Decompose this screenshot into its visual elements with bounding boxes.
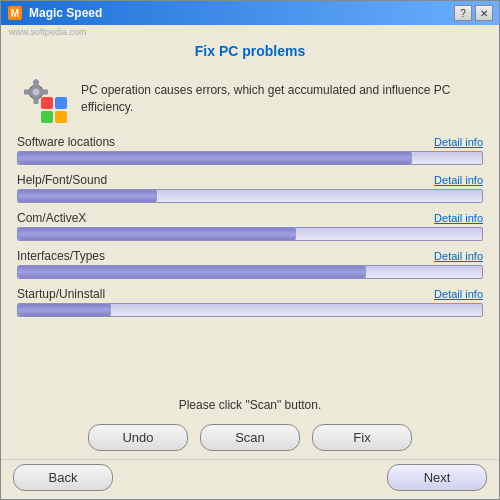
header-area: PC operation causes errors, which get ac… (1, 67, 499, 135)
app-icon: M (7, 5, 23, 21)
content-area: www.softpedia.com Fix PC problems (1, 25, 499, 499)
detail-link-3[interactable]: Detail info (434, 250, 483, 262)
scan-button[interactable]: Scan (200, 424, 300, 451)
section-row: Com/ActiveX Detail info (17, 211, 483, 241)
status-text: Please click "Scan" button. (1, 390, 499, 418)
section-header-1: Help/Font/Sound Detail info (17, 173, 483, 187)
next-button[interactable]: Next (387, 464, 487, 491)
window-title: Magic Speed (29, 6, 102, 20)
sections-area: Software locations Detail info Help/Font… (1, 135, 499, 390)
title-bar: M Magic Speed ? ✕ (1, 1, 499, 25)
progress-fill-4 (18, 304, 111, 316)
main-window: M Magic Speed ? ✕ www.softpedia.com Fix … (0, 0, 500, 500)
progress-bar-1 (17, 189, 483, 203)
help-button[interactable]: ? (454, 5, 472, 21)
section-label-1: Help/Font/Sound (17, 173, 107, 187)
section-label-4: Startup/Uninstall (17, 287, 105, 301)
progress-fill-3 (18, 266, 366, 278)
svg-rect-12 (41, 111, 53, 123)
progress-bar-0 (17, 151, 483, 165)
header-description: PC operation causes errors, which get ac… (81, 82, 483, 116)
watermark: www.softpedia.com (1, 25, 499, 39)
page-title: Fix PC problems (1, 39, 499, 67)
progress-fill-1 (18, 190, 157, 202)
section-row: Software locations Detail info (17, 135, 483, 165)
section-header-4: Startup/Uninstall Detail info (17, 287, 483, 301)
svg-rect-5 (34, 98, 39, 104)
action-buttons-row: Undo Scan Fix (1, 418, 499, 459)
title-bar-left: M Magic Speed (7, 5, 102, 21)
progress-bar-4 (17, 303, 483, 317)
detail-link-0[interactable]: Detail info (434, 136, 483, 148)
svg-rect-6 (24, 90, 30, 95)
svg-rect-10 (41, 97, 53, 109)
detail-link-1[interactable]: Detail info (434, 174, 483, 186)
section-label-2: Com/ActiveX (17, 211, 86, 225)
svg-rect-13 (55, 111, 67, 123)
svg-text:M: M (11, 8, 19, 19)
section-header-0: Software locations Detail info (17, 135, 483, 149)
section-row: Startup/Uninstall Detail info (17, 287, 483, 317)
progress-fill-2 (18, 228, 296, 240)
blocks-icon (41, 97, 69, 125)
detail-link-4[interactable]: Detail info (434, 288, 483, 300)
section-header-2: Com/ActiveX Detail info (17, 211, 483, 225)
nav-row: Back Next (1, 459, 499, 499)
progress-bar-3 (17, 265, 483, 279)
section-row: Help/Font/Sound Detail info (17, 173, 483, 203)
section-label-3: Interfaces/Types (17, 249, 105, 263)
section-label-0: Software locations (17, 135, 115, 149)
progress-fill-0 (18, 152, 412, 164)
fix-button[interactable]: Fix (312, 424, 412, 451)
back-button[interactable]: Back (13, 464, 113, 491)
progress-bar-2 (17, 227, 483, 241)
section-header-3: Interfaces/Types Detail info (17, 249, 483, 263)
close-button[interactable]: ✕ (475, 5, 493, 21)
svg-point-3 (33, 89, 40, 96)
undo-button[interactable]: Undo (88, 424, 188, 451)
svg-rect-7 (42, 90, 48, 95)
title-bar-controls: ? ✕ (454, 5, 493, 21)
section-row: Interfaces/Types Detail info (17, 249, 483, 279)
icon-area (17, 73, 69, 125)
detail-link-2[interactable]: Detail info (434, 212, 483, 224)
svg-rect-11 (55, 97, 67, 109)
